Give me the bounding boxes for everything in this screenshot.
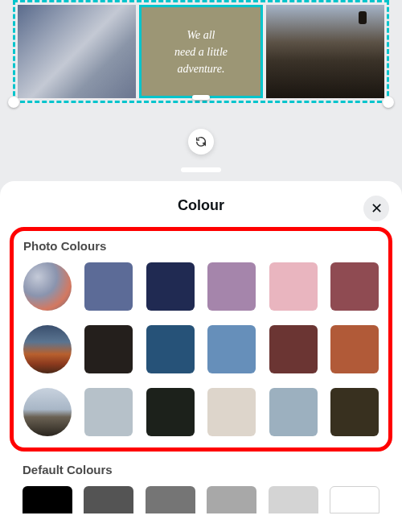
slide-mountain[interactable] xyxy=(18,5,136,98)
canvas-area: We allneed a littleadventure. xyxy=(0,0,402,177)
colour-swatch[interactable] xyxy=(84,325,133,373)
colour-swatch[interactable] xyxy=(146,325,195,373)
rotate-button[interactable] xyxy=(188,129,214,155)
colour-swatch[interactable] xyxy=(269,325,318,373)
panel-drag-handle[interactable] xyxy=(181,167,221,172)
colour-swatch[interactable] xyxy=(207,388,256,436)
panel-title: Colour xyxy=(0,197,402,214)
colour-swatch[interactable] xyxy=(207,325,256,373)
default-swatch[interactable] xyxy=(146,486,195,513)
default-swatch[interactable] xyxy=(207,486,256,513)
default-swatch[interactable] xyxy=(23,486,72,513)
colour-swatch[interactable] xyxy=(330,388,379,436)
photo-thumb-sunset[interactable] xyxy=(23,325,72,373)
default-swatch[interactable] xyxy=(269,486,318,513)
default-colours-section: Default Colours xyxy=(0,458,402,513)
hiker-icon xyxy=(359,11,367,24)
photo-colours-title: Photo Colours xyxy=(23,239,379,253)
rotate-icon xyxy=(195,135,207,148)
colour-swatch[interactable] xyxy=(269,388,318,436)
photo-row-1 xyxy=(23,325,379,373)
colour-swatch[interactable] xyxy=(330,262,379,311)
resize-handle-right[interactable] xyxy=(383,97,394,108)
photo-row-2 xyxy=(23,388,379,436)
close-icon: ✕ xyxy=(371,200,383,217)
panel-header: Colour ✕ xyxy=(0,197,402,214)
photo-row-0 xyxy=(23,262,379,311)
photo-colours-highlighted: Photo Colours xyxy=(10,227,392,452)
default-swatch[interactable] xyxy=(330,486,379,513)
slide-hiker[interactable] xyxy=(266,5,384,98)
selected-carousel[interactable]: We allneed a littleadventure. xyxy=(13,0,389,103)
colour-panel: Colour ✕ Photo Colours xyxy=(0,181,402,532)
photo-thumb-hiker[interactable] xyxy=(23,388,72,436)
resize-handle-left[interactable] xyxy=(8,97,19,108)
colour-swatch[interactable] xyxy=(207,262,256,311)
colour-swatch[interactable] xyxy=(146,388,195,436)
resize-handle-bottom[interactable] xyxy=(192,95,210,100)
colour-swatch[interactable] xyxy=(84,262,133,311)
colour-swatch[interactable] xyxy=(269,262,318,311)
colour-swatch[interactable] xyxy=(146,262,195,311)
colour-swatch[interactable] xyxy=(330,325,379,373)
default-colours-title: Default Colours xyxy=(23,463,379,476)
colour-swatch[interactable] xyxy=(84,388,133,436)
close-button[interactable]: ✕ xyxy=(363,196,389,221)
slide-quote-selected[interactable]: We allneed a littleadventure. xyxy=(139,5,262,98)
photo-thumb-mountain[interactable] xyxy=(23,262,72,311)
default-row xyxy=(23,486,379,513)
quote-text: We allneed a littleadventure. xyxy=(174,27,228,77)
default-swatch[interactable] xyxy=(84,486,133,513)
